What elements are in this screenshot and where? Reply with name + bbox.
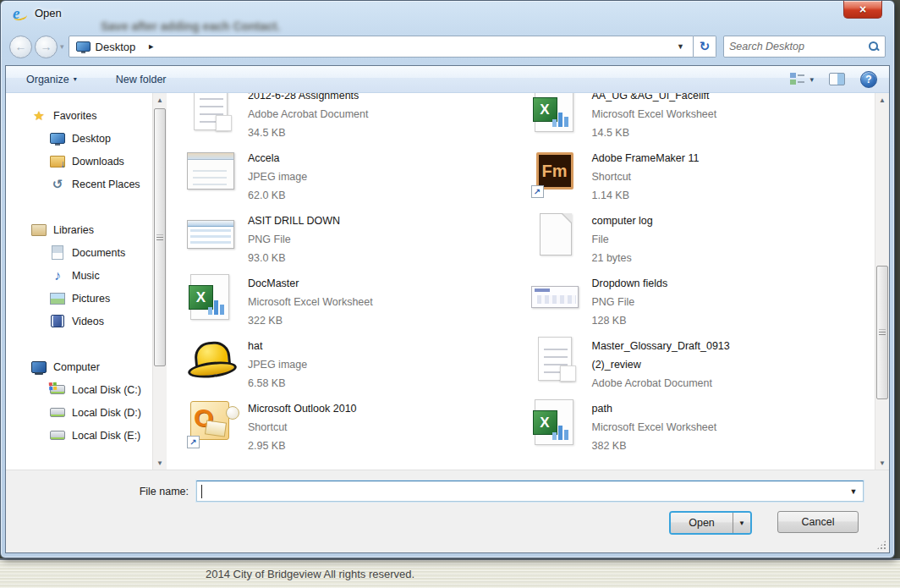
forward-arrow-icon: → [41,40,52,53]
sidebar-group-computer: ComputerLocal Disk (C:)Local Disk (D:)Lo… [6,355,152,447]
fm-file-icon: ↗ [531,147,582,198]
file-name-input[interactable] [197,481,844,501]
address-dropdown-icon[interactable]: ▼ [673,42,688,51]
disk-os-icon [50,382,65,398]
refresh-button[interactable]: ↻ [694,36,716,58]
sidebar-item-downloads[interactable]: Downloads [6,150,152,173]
sidebar-item-favorites[interactable]: ★Favorites [6,104,152,127]
internet-explorer-icon: e [13,6,28,21]
back-button[interactable]: ← [9,36,32,58]
file-size: 1.14 KB [592,186,700,205]
text-caret [201,485,202,498]
forward-button[interactable]: → [35,36,58,58]
address-bar[interactable]: Desktop ► ▼ [69,36,694,58]
screenshot-b-icon [187,220,234,249]
file-text: Dropdown fieldsPNG File128 KB [592,272,668,330]
breadcrumb-location[interactable]: Desktop [96,41,136,53]
window-title: Open [35,7,62,19]
titlebar[interactable]: e Open Save after adding each Contact. × [1,1,894,26]
search-box[interactable] [723,36,886,58]
open-split-button[interactable]: Open ▼ [669,511,752,535]
file-size: 128 KB [592,311,668,330]
file-grid: 2012-6-28 AssignmentsAdobe Acrobat Docum… [167,93,875,459]
search-input[interactable] [729,41,868,52]
breadcrumb-arrow-icon[interactable]: ► [147,42,155,51]
file-item-computer-log[interactable]: computer logFile21 bytes [531,208,875,271]
file-item-accela[interactable]: AccelaJPEG image62.0 KB [187,146,531,208]
shortcut-arrow-icon: ↗ [531,185,544,198]
file-name-dropdown-icon[interactable]: ▼ [844,487,863,496]
sidebar-item-recent-places[interactable]: ↺Recent Places [6,173,152,195]
file-item-docmaster[interactable]: DocMasterMicrosoft Excel Worksheet322 KB [187,271,531,333]
file-item-hat[interactable]: hatJPEG image6.58 KB [187,333,531,396]
sidebar-item-libraries[interactable]: Libraries [6,218,152,241]
preview-pane-button[interactable] [829,73,845,85]
file-name: Accela [248,149,307,168]
pictures-icon [50,291,65,306]
change-view-button[interactable]: ▾ [790,73,814,85]
sidebar-item-documents[interactable]: Documents [6,241,152,264]
sidebar-item-pictures[interactable]: Pictures [6,287,152,310]
copyright-text: 2014 City of Bridgeview All rights reser… [206,568,414,580]
computer-icon [31,360,47,375]
file-item-asit-drill-down[interactable]: ASIT DRILL DOWNPNG File93.0 KB [187,208,531,271]
clock-badge-icon [226,406,239,420]
search-icon[interactable] [868,41,880,52]
new-folder-button[interactable]: New folder [107,70,175,89]
scroll-up-icon[interactable]: ▲ [875,93,889,107]
sidebar-scrollbar[interactable]: ▲ ▼ [152,93,167,470]
file-size: 62.0 KB [248,186,307,205]
sidebar-item-local-disk-e[interactable]: Local Disk (E:) [6,424,152,447]
sidebar-item-music[interactable]: ♪Music [6,264,152,287]
screenshot-a-icon [187,152,234,190]
file-item-microsoft-outlook-2010[interactable]: ↗Microsoft Outlook 2010Shortcut2.95 KB [187,396,531,459]
dialog-client-area: Organize ▾ New folder ▾ ? ★FavoritesDesk… [5,65,890,553]
fm-icon [536,152,573,190]
sidebar-item-desktop[interactable]: Desktop [6,127,152,150]
file-item-aa-ug-ag-ui-facelift[interactable]: AA_UG &AG_UI_FaceliftMicrosoft Excel Wor… [531,93,875,146]
cancel-button[interactable]: Cancel [777,511,859,533]
file-item-dropdown-fields[interactable]: Dropdown fieldsPNG File128 KB [531,271,875,333]
sidebar-item-computer[interactable]: Computer [6,355,152,378]
file-text: ASIT DRILL DOWNPNG File93.0 KB [248,210,340,267]
scroll-down-icon[interactable]: ▼ [153,456,167,470]
sidebar-item-videos[interactable]: Videos [6,310,152,332]
dialog-bottom-bar: File name: ▼ Open ▼ Cancel [6,470,889,552]
file-item-path[interactable]: pathMicrosoft Excel Worksheet382 KB [531,396,875,459]
file-item-master-glossary-draft-0913-2-review[interactable]: Master_Glossary_Draft_0913 (2)_reviewAdo… [531,333,875,396]
sidebar-item-local-disk-d[interactable]: Local Disk (D:) [6,401,152,424]
views-dropdown-icon: ▾ [809,75,814,84]
file-type: PNG File [248,230,340,249]
close-button[interactable]: × [843,1,882,19]
organize-dropdown-icon: ▾ [74,75,77,83]
file-item-adobe-framemaker-11[interactable]: ↗Adobe FrameMaker 11Shortcut1.14 KB [531,146,875,208]
sidebar-scroll-thumb[interactable] [154,108,166,366]
recent-icon: ↺ [50,177,65,192]
organize-button[interactable]: Organize ▾ [18,70,85,89]
sidebar-group-favorites: ★FavoritesDesktopDownloads↺Recent Places [6,104,152,195]
file-list-scrollbar[interactable]: ▲ ▼ [875,93,889,470]
list-scroll-thumb[interactable] [876,266,888,399]
resize-grip[interactable] [876,540,886,550]
open-button-label: Open [689,517,715,529]
open-button[interactable]: Open [671,513,733,533]
file-name-combo[interactable]: ▼ [196,481,864,502]
file-size: 93.0 KB [248,249,340,267]
recent-pages-chevron-icon[interactable]: ▾ [60,42,64,51]
file-item-2012-6-28-assignments[interactable]: 2012-6-28 AssignmentsAdobe Acrobat Docum… [187,93,531,146]
file-type: Adobe Acrobat Document [592,374,782,393]
screenshot-c-file-icon [531,272,582,323]
shortcut-arrow-icon: ↗ [187,436,200,448]
screenshot-a-file-icon [187,147,238,198]
open-dropdown-button[interactable]: ▼ [733,513,750,533]
list-scroll-track[interactable] [875,107,889,456]
sidebar-scroll-track[interactable] [153,107,167,456]
help-button[interactable]: ? [860,71,877,88]
scroll-up-icon[interactable]: ▲ [153,93,167,107]
sidebar-item-local-disk-c[interactable]: Local Disk (C:) [6,378,152,401]
documents-icon [50,245,65,261]
page-background-footer: 2014 City of Bridgeview All rights reser… [0,558,900,588]
scroll-down-icon[interactable]: ▼ [875,456,889,470]
file-size: 6.58 KB [248,374,307,393]
outlook-icon [190,401,229,440]
